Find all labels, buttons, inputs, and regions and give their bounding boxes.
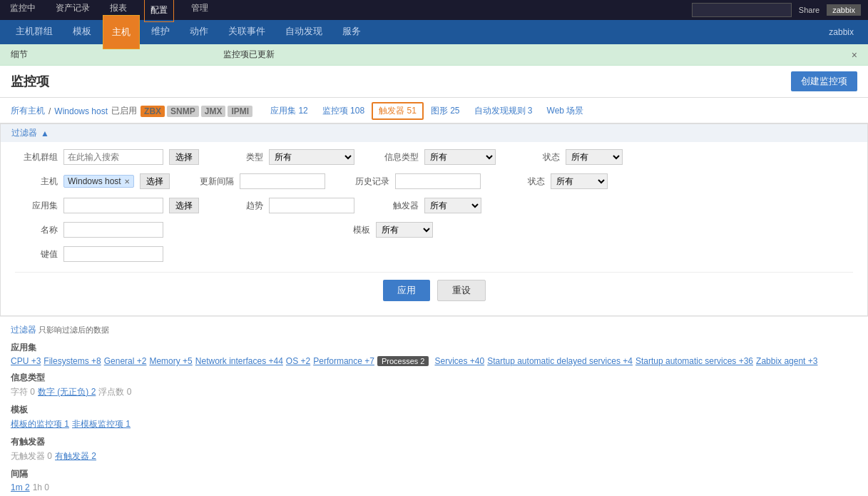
filter-section: 过滤器 ▲ 主机群组 选择 类型 所有 信息类型 所有 bbox=[0, 123, 868, 316]
status-label: 状态 bbox=[517, 151, 560, 163]
search-input[interactable] bbox=[692, 3, 792, 17]
tag-startup-delayed[interactable]: Startup automatic delayed services +4 bbox=[487, 356, 633, 366]
status2-label: 状态 bbox=[502, 176, 545, 188]
infotype-select[interactable]: 所有 bbox=[424, 149, 496, 165]
summary-template-tags: 模板的监控项 1 非模板监控项 1 bbox=[11, 418, 857, 430]
filter-summary-label: 过滤器 bbox=[11, 325, 36, 335]
host-label: 主机 bbox=[15, 176, 58, 188]
breadcrumb-host-name[interactable]: Windows host bbox=[54, 106, 108, 116]
tabs-area: 所有主机 / Windows host 已启用 ZBX SNMP JMX IPM… bbox=[0, 98, 868, 123]
tag-1m[interactable]: 1m 2 bbox=[11, 482, 30, 492]
history-input[interactable] bbox=[395, 173, 481, 189]
page-title: 监控项 bbox=[11, 73, 49, 90]
reset-button[interactable]: 重设 bbox=[437, 280, 486, 301]
filter-summary-title: 过滤器 只影响过滤后的数据 bbox=[11, 324, 857, 336]
tab-graphs[interactable]: 图形 25 bbox=[424, 102, 467, 120]
host-tag-close-icon[interactable]: ✕ bbox=[124, 178, 130, 186]
tag-memory[interactable]: Memory +5 bbox=[149, 356, 192, 366]
filter-type-row: 类型 所有 bbox=[220, 149, 354, 165]
filter-key-row: 键值 bbox=[15, 246, 163, 262]
status2-select[interactable]: 所有 bbox=[551, 173, 608, 189]
subnav-actions[interactable]: 动作 bbox=[181, 15, 217, 49]
interval-input[interactable] bbox=[240, 173, 325, 189]
status-select[interactable]: 所有 bbox=[566, 149, 623, 165]
tab-applications[interactable]: 应用集 12 bbox=[263, 102, 315, 120]
tag-1h: 1h 0 bbox=[33, 482, 49, 492]
subnav-discovery[interactable]: 自动发现 bbox=[277, 15, 331, 49]
trend-input[interactable] bbox=[269, 198, 354, 213]
tab-items[interactable]: 监控项 108 bbox=[315, 102, 372, 120]
summary-interval: 间隔 1m 2 1h 0 bbox=[11, 468, 857, 492]
tag-cpu[interactable]: CPU +3 bbox=[11, 356, 41, 366]
tag-snmp: SNMP bbox=[167, 106, 199, 117]
tag-char: 字符 0 bbox=[11, 386, 35, 398]
summary-triggers: 有触发器 无触发器 0 有触发器 2 bbox=[11, 436, 857, 462]
tag-float: 浮点数 0 bbox=[98, 386, 131, 398]
tab-discovery[interactable]: 自动发现规则 3 bbox=[467, 102, 540, 120]
summary-infotype-tags: 字符 0 数字 (无正负) 2 浮点数 0 bbox=[11, 386, 857, 398]
summary-infotype-label: 信息类型 bbox=[11, 372, 857, 384]
tag-startup-auto[interactable]: Startup automatic services +36 bbox=[635, 356, 753, 366]
filter-summary-note: 只影响过滤后的数据 bbox=[39, 325, 109, 334]
template-select[interactable]: 所有 bbox=[376, 222, 433, 238]
tag-zabbix-agent[interactable]: Zabbix agent +3 bbox=[756, 356, 817, 366]
subnav-services[interactable]: 服务 bbox=[334, 15, 369, 49]
summary-applications-label: 应用集 bbox=[11, 342, 857, 354]
tab-web-scenarios[interactable]: Web 场景 bbox=[540, 102, 591, 120]
key-input[interactable] bbox=[63, 246, 163, 262]
filter-host-row: 主机 Windows host ✕ 选择 bbox=[15, 173, 170, 189]
summary-applications-tags: CPU +3 Filesystems +8 General +2 Memory … bbox=[11, 356, 857, 366]
history-label: 历史记录 bbox=[347, 176, 389, 188]
tag-jmx: JMX bbox=[201, 106, 226, 117]
breadcrumb-all-hosts[interactable]: 所有主机 bbox=[11, 105, 45, 117]
infotype-label: 信息类型 bbox=[376, 151, 419, 163]
create-item-button[interactable]: 创建监控项 bbox=[791, 71, 857, 91]
tag-template-items[interactable]: 模板的监控项 1 bbox=[11, 418, 69, 430]
trigger-select[interactable]: 所有 bbox=[424, 198, 481, 213]
subnav-maintenance[interactable]: 维护 bbox=[143, 15, 178, 49]
application-select-btn[interactable]: 选择 bbox=[169, 198, 199, 213]
host-select-btn[interactable]: 选择 bbox=[140, 173, 170, 189]
breadcrumb-separator: / bbox=[48, 106, 51, 116]
tag-performance[interactable]: Performance +7 bbox=[313, 356, 374, 366]
user-box: zabbix bbox=[827, 4, 861, 16]
apply-button[interactable]: 应用 bbox=[383, 280, 430, 301]
host-tags: ZBX SNMP JMX IPMI bbox=[141, 106, 252, 117]
tag-non-template-items[interactable]: 非模板监控项 1 bbox=[72, 418, 131, 430]
application-label: 应用集 bbox=[15, 200, 58, 212]
type-select[interactable]: 所有 bbox=[269, 149, 354, 165]
host-tag: Windows host ✕ bbox=[63, 175, 134, 188]
hostgroup-select-btn[interactable]: 选择 bbox=[169, 149, 199, 165]
hostgroup-input[interactable] bbox=[63, 149, 163, 165]
tag-has-trigger[interactable]: 有触发器 2 bbox=[55, 450, 96, 462]
host-tag-text: Windows host bbox=[68, 176, 121, 186]
tag-processes[interactable]: Processes 2 bbox=[377, 356, 429, 366]
share-button[interactable]: Share bbox=[799, 6, 820, 14]
application-input[interactable] bbox=[63, 198, 163, 213]
tag-filesystems[interactable]: Filesystems +8 bbox=[44, 356, 101, 366]
summary-triggers-tags: 无触发器 0 有触发器 2 bbox=[11, 450, 857, 462]
tab-triggers[interactable]: 触发器 51 bbox=[372, 102, 424, 120]
filter-template-row: 模板 所有 bbox=[327, 222, 433, 238]
filter-summary: 过滤器 只影响过滤后的数据 应用集 CPU +3 Filesystems +8 … bbox=[0, 316, 868, 496]
filter-status-row: 状态 所有 bbox=[517, 149, 623, 165]
key-label: 键值 bbox=[15, 248, 58, 260]
tag-general[interactable]: General +2 bbox=[104, 356, 147, 366]
tag-number[interactable]: 数字 (无正负) 2 bbox=[38, 386, 96, 398]
breadcrumb-enabled: 已启用 bbox=[111, 105, 137, 117]
subnav-events[interactable]: 关联事件 bbox=[220, 15, 274, 49]
tag-os[interactable]: OS +2 bbox=[286, 356, 310, 366]
summary-template: 模板 模板的监控项 1 非模板监控项 1 bbox=[11, 404, 857, 430]
subnav-templates[interactable]: 模板 bbox=[64, 15, 100, 49]
subnav-hostgroups[interactable]: 主机群组 bbox=[7, 15, 61, 49]
tag-network[interactable]: Network interfaces +44 bbox=[195, 356, 283, 366]
top-nav-right: Share zabbix bbox=[692, 3, 861, 17]
summary-interval-tags: 1m 2 1h 0 bbox=[11, 482, 857, 492]
name-input[interactable] bbox=[63, 222, 163, 238]
subnav-hosts[interactable]: 主机 bbox=[103, 15, 140, 49]
filter-toggle[interactable]: 过滤器 ▲ bbox=[1, 124, 867, 142]
summary-infotype: 信息类型 字符 0 数字 (无正负) 2 浮点数 0 bbox=[11, 372, 857, 398]
alert-close-icon[interactable]: × bbox=[852, 49, 857, 61]
alert-message: 监控项已更新 bbox=[35, 49, 463, 61]
tag-services[interactable]: Services +40 bbox=[434, 356, 484, 366]
